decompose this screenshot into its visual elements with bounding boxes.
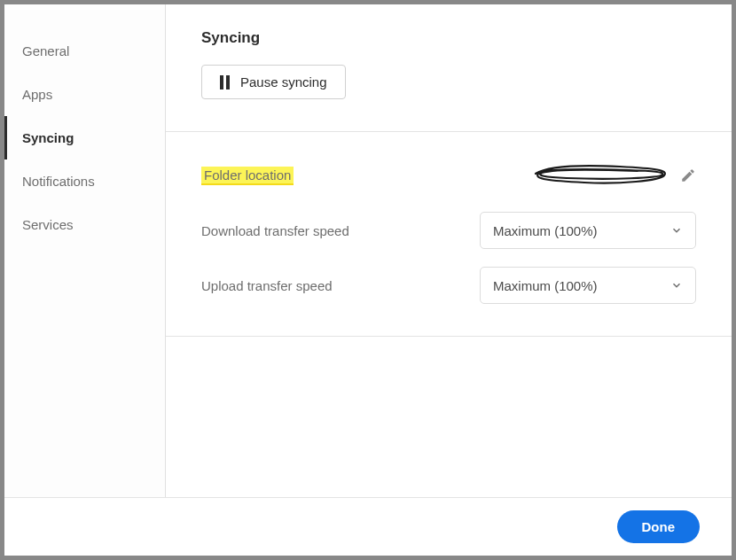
sidebar-item-syncing[interactable]: Syncing — [4, 116, 165, 159]
syncing-section: Syncing Pause syncing — [166, 4, 732, 132]
footer: Done — [4, 497, 732, 556]
pause-syncing-button[interactable]: Pause syncing — [201, 65, 346, 99]
body-area: General Apps Syncing Notifications Servi… — [4, 4, 732, 497]
main-content: Syncing Pause syncing Folder location — [166, 4, 732, 497]
upload-speed-row: Upload transfer speed Maximum (100%) — [201, 267, 696, 304]
empty-section — [166, 337, 732, 393]
sidebar-item-services[interactable]: Services — [4, 203, 165, 246]
transfer-section: Folder location Download transfer speed — [166, 132, 732, 337]
section-title: Syncing — [201, 29, 696, 47]
highlight-mark: Folder location — [201, 167, 294, 185]
folder-location-label: Folder location — [201, 167, 294, 185]
sidebar-item-label: Syncing — [22, 130, 74, 145]
sidebar-item-apps[interactable]: Apps — [4, 73, 165, 116]
folder-location-value-wrap — [531, 163, 696, 188]
chevron-down-icon — [670, 224, 683, 237]
sidebar-item-general[interactable]: General — [4, 29, 165, 73]
download-speed-select[interactable]: Maximum (100%) — [480, 212, 696, 249]
sidebar-item-label: Notifications — [22, 174, 95, 189]
sidebar-item-notifications[interactable]: Notifications — [4, 159, 165, 203]
upload-speed-label: Upload transfer speed — [201, 278, 333, 293]
folder-location-row: Folder location — [201, 157, 696, 194]
chevron-down-icon — [670, 279, 683, 292]
sidebar-item-label: Services — [22, 217, 74, 232]
redacted-scribble — [531, 163, 673, 188]
edit-icon[interactable] — [680, 167, 696, 183]
pause-syncing-label: Pause syncing — [240, 74, 327, 89]
done-button[interactable]: Done — [617, 510, 701, 543]
pause-icon — [220, 75, 230, 89]
preferences-window: General Apps Syncing Notifications Servi… — [4, 4, 732, 556]
upload-speed-value: Maximum (100%) — [493, 278, 598, 293]
sidebar: General Apps Syncing Notifications Servi… — [4, 4, 166, 497]
upload-speed-select[interactable]: Maximum (100%) — [480, 267, 696, 304]
sidebar-item-label: General — [22, 43, 69, 58]
download-speed-label: Download transfer speed — [201, 223, 349, 238]
sidebar-item-label: Apps — [22, 87, 52, 102]
download-speed-row: Download transfer speed Maximum (100%) — [201, 212, 696, 249]
download-speed-value: Maximum (100%) — [493, 223, 598, 238]
